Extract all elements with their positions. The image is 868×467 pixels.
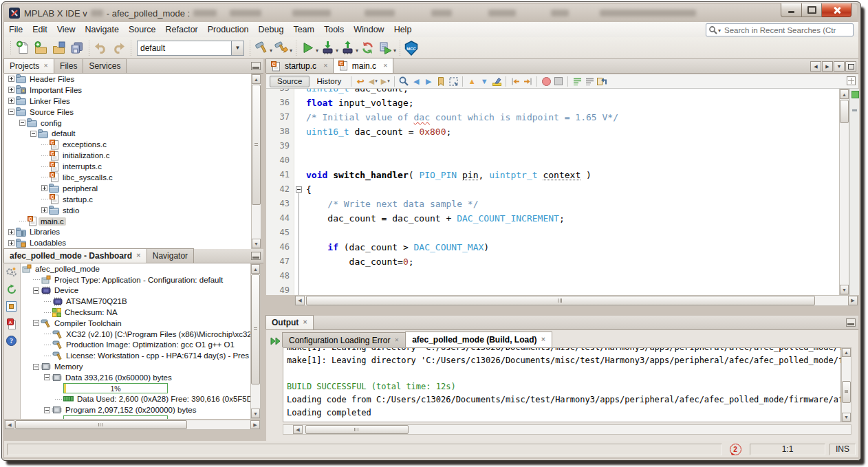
find-selection-button[interactable]: [398, 76, 410, 87]
menu-help[interactable]: Help: [389, 25, 417, 34]
search-box[interactable]: ▾: [706, 23, 854, 36]
projects-tree[interactable]: Header FilesImportant FilesLinker FilesS…: [4, 74, 251, 249]
expander-icon[interactable]: [8, 109, 14, 115]
tree-item[interactable]: License: Workstation - cpp - HPA:6714 da…: [21, 350, 250, 361]
shift-line-left-button[interactable]: [509, 76, 521, 87]
start-macro-recording-button[interactable]: [540, 76, 552, 87]
chevron-down-icon[interactable]: ▾: [290, 47, 292, 54]
tree-item[interactable]: XC32 (v2.10) [C:\Program Files (x86)\Mic…: [21, 329, 250, 340]
scroll-tabs-right-button[interactable]: ▶: [822, 61, 833, 72]
tree-item[interactable]: Cexceptions.c: [4, 139, 251, 150]
comment-lines-button[interactable]: [571, 76, 583, 87]
scroll-left-button[interactable]: ◀: [295, 296, 305, 305]
menu-window[interactable]: Window: [349, 25, 389, 34]
expander-icon[interactable]: [8, 87, 14, 93]
chevron-down-icon[interactable]: ▾: [270, 47, 272, 54]
expander-icon[interactable]: [33, 287, 39, 294]
help-button[interactable]: ?: [4, 332, 20, 349]
debug-project-button[interactable]: [377, 39, 395, 57]
output-tab[interactable]: Configuration Loading Error✕: [282, 332, 406, 347]
read-device-memory-button[interactable]: [339, 39, 357, 57]
minimize-panel-button[interactable]: [846, 318, 856, 327]
tree-item[interactable]: Project Type: Application - Configuratio…: [21, 274, 250, 285]
close-icon[interactable]: ✕: [394, 338, 399, 343]
tree-item[interactable]: Cmain.c: [4, 216, 251, 227]
editor-tab-startup.c[interactable]: Cstartup.c✕: [265, 58, 334, 73]
minimize-panel-button[interactable]: [251, 252, 261, 260]
scroll-left-button[interactable]: ◀: [5, 420, 14, 429]
redo-button[interactable]: [110, 39, 128, 57]
dashboard-tab[interactable]: Navigator: [147, 248, 194, 263]
tree-item[interactable]: Checksum: NA: [21, 307, 250, 318]
menu-production[interactable]: Production: [203, 25, 254, 34]
last-edit-position-button[interactable]: ↩: [354, 76, 367, 87]
project-properties-button[interactable]: [4, 263, 20, 281]
tree-item[interactable]: default: [4, 128, 251, 139]
menu-file[interactable]: File: [4, 25, 28, 34]
tree-item[interactable]: Cinitialization.c: [4, 150, 251, 161]
tree-item[interactable]: Loadables: [4, 237, 251, 248]
tree-item[interactable]: Important Files: [4, 85, 251, 96]
menu-team[interactable]: Team: [288, 25, 319, 34]
horizontal-splitter[interactable]: [266, 306, 858, 316]
history-view-button[interactable]: History: [310, 76, 348, 87]
save-all-button[interactable]: [68, 39, 86, 57]
toggle-highlight-search-button[interactable]: [490, 76, 503, 87]
tree-item[interactable]: Linker Files: [4, 96, 251, 107]
scroll-up-button[interactable]: ▲: [252, 74, 261, 84]
menu-debug[interactable]: Debug: [254, 25, 289, 34]
expander-icon[interactable]: [41, 207, 47, 213]
menu-source[interactable]: Source: [124, 25, 161, 34]
expander-icon[interactable]: [33, 364, 39, 370]
tree-item[interactable]: stdio: [4, 205, 251, 216]
chevron-down-icon[interactable]: ▼: [231, 41, 244, 56]
tree-item[interactable]: Cinterrupts.c: [4, 161, 251, 172]
scroll-up-button[interactable]: ▲: [840, 89, 849, 99]
scroll-up-button[interactable]: ▲: [251, 264, 260, 274]
shift-line-right-button[interactable]: [521, 76, 534, 87]
close-icon[interactable]: ✕: [541, 337, 545, 343]
close-icon[interactable]: ✕: [136, 253, 141, 259]
notifications-button[interactable]: 2: [726, 442, 744, 456]
tree-item[interactable]: Header Files: [4, 74, 251, 85]
run-project-button[interactable]: [299, 39, 317, 57]
scroll-down-button[interactable]: ▼: [840, 285, 849, 294]
previous-occurrence-button[interactable]: ▲: [466, 76, 478, 87]
minimize-button[interactable]: [781, 3, 802, 17]
scrollbar-thumb[interactable]: [252, 85, 261, 205]
go-to-header-button[interactable]: [596, 76, 608, 87]
editor-tab-main.c[interactable]: Cmain.c✕: [333, 58, 393, 73]
tree-item[interactable]: Program 2,097,152 (0x200000) bytes: [21, 404, 250, 415]
menu-navigate[interactable]: Navigate: [80, 25, 124, 34]
search-icon[interactable]: [708, 25, 717, 34]
pdf-report-button[interactable]: A: [4, 315, 20, 332]
clean-and-build-project-button[interactable]: [273, 39, 291, 57]
search-dropdown-icon[interactable]: ▾: [718, 28, 721, 34]
scroll-right-button[interactable]: ▶: [250, 420, 260, 429]
expander-icon[interactable]: [41, 185, 47, 191]
editor-vscrollbar[interactable]: ▲ ▼: [839, 89, 849, 295]
expander-icon[interactable]: [30, 131, 36, 137]
tree-item[interactable]: Device: [21, 285, 250, 296]
tree-item[interactable]: afec_polled_mode: [21, 263, 250, 274]
tree-item[interactable]: peripheral: [4, 183, 251, 194]
run-again-button[interactable]: [270, 335, 282, 347]
scroll-tabs-left-button[interactable]: ◀: [810, 61, 821, 72]
expander-icon[interactable]: [44, 374, 50, 380]
output-hscrollbar[interactable]: ◀: [283, 424, 851, 435]
menu-refactor[interactable]: Refactor: [161, 25, 203, 34]
expander-icon[interactable]: [19, 120, 25, 126]
refresh-dashboard-button[interactable]: [4, 281, 20, 298]
scrollbar-thumb[interactable]: [15, 420, 187, 429]
tree-item[interactable]: Clibc_syscalls.c: [4, 172, 251, 183]
scrollbar-thumb[interactable]: [840, 100, 849, 123]
output-tab[interactable]: afec_polled_mode (Build, Load)✕: [405, 332, 552, 347]
dashboard-tree[interactable]: afec_polled_modeProject Type: Applicatio…: [21, 263, 250, 419]
chevron-down-icon[interactable]: ▾: [356, 47, 358, 54]
expander-icon[interactable]: [33, 320, 39, 326]
source-view-button[interactable]: Source: [270, 76, 310, 87]
expander-icon[interactable]: [8, 240, 14, 246]
build-project-button[interactable]: [253, 39, 271, 57]
opened-documents-button[interactable]: ▼: [834, 61, 845, 72]
dashboard-tab[interactable]: afec_polled_mode - Dashboard✕: [3, 248, 147, 263]
